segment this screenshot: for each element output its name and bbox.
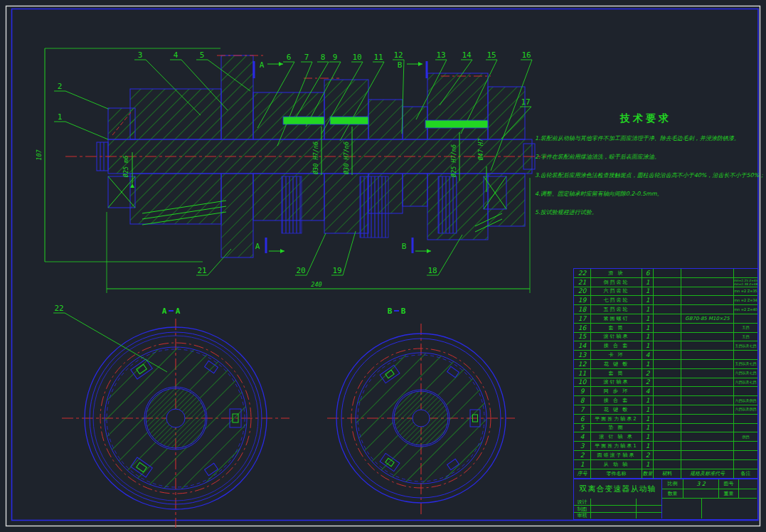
bom-cell: 五挡齿轮: [591, 305, 642, 314]
bom-row: 2圆锥滚子轴承2: [574, 451, 757, 460]
bom-cell: 12: [574, 360, 591, 368]
callout-17: 17: [521, 97, 530, 107]
bom-cell: 1: [642, 324, 654, 332]
bom-cell: 平面推力轴承2: [591, 415, 642, 423]
bom-cell: 1: [642, 360, 654, 368]
dim-d-mid2: Ø30 H7/n6: [343, 142, 350, 174]
tech-items: 1.装配前从动轴与其他零件不加工面应清理干净、除去毛边毛刺，并浸涂防锈漆。2.零…: [535, 129, 757, 222]
bom-cell: [654, 432, 681, 441]
section-title-aa-right: A: [176, 307, 181, 316]
bom-cell: 花 键 毂: [591, 360, 642, 368]
bom-cell-remark: mn=2.25 Z=45mn=2.38 Z=48: [734, 278, 757, 287]
bom-cell: [654, 314, 681, 323]
bom-cell: [654, 269, 681, 277]
callout-6: 6: [287, 53, 292, 62]
bom-cell: 21: [574, 278, 591, 287]
bom-cell-remark: [734, 451, 757, 459]
bom-cell: 卡 环: [591, 351, 642, 359]
bom-cell: [654, 396, 681, 405]
title-block: 双离合变速器从动轴 比例 3 2 图号 数量 重量 设计 制图 审核: [573, 479, 758, 520]
sign-check-value: [591, 513, 637, 518]
bom-header-no: 序号: [574, 469, 591, 479]
scale-value: 3 2: [683, 479, 719, 489]
callout-13: 13: [436, 50, 445, 60]
bom-row: 10滚针轴承2六挡以及七挡: [574, 378, 757, 388]
callout-4: 4: [174, 50, 179, 60]
tech-requirements: 技术要求 1.装配前从动轴与其他零件不加工面应清理干净、除去毛边毛刺，并浸涂防锈…: [535, 112, 757, 222]
sign-design-date: [637, 499, 662, 506]
bom-cell: 套 筒: [591, 324, 642, 332]
section-title-bb-right: B: [401, 307, 406, 316]
bom-cell-remark: 六挡以及七挡: [734, 369, 757, 378]
callout-10: 10: [352, 53, 361, 62]
bom-cell: [654, 415, 681, 423]
bom-row: 18五挡齿轮1mn =2 Z=40: [574, 305, 757, 314]
bom-cell: [681, 424, 734, 432]
callout-1: 1: [58, 112, 63, 122]
dim-d-mid1: Ø30 H7/n6: [312, 142, 319, 174]
bom-cell: [681, 369, 734, 378]
callout-12: 12: [393, 50, 403, 60]
callout-21: 21: [197, 266, 206, 275]
sign-design-label: 设计: [574, 499, 591, 506]
tech-requirements-title: 技术要求: [535, 112, 757, 125]
bom-cell-remark: 六挡以及七挡: [734, 378, 757, 387]
bom-cell: 垫 圈: [591, 424, 642, 432]
bom-cell: 1: [642, 287, 654, 296]
bom-cell: 紧固螺钉: [591, 314, 642, 323]
sign-check-label: 审核: [574, 513, 591, 518]
bom-cell: 滚 针 轴 承: [591, 432, 642, 441]
bom-cell: 同 步 环: [591, 387, 642, 395]
tech-requirement-line: 5.按试验规程进行试验。: [535, 203, 757, 222]
bom-row: 3平面推力轴承11: [574, 442, 757, 451]
bom-cell: 7: [574, 405, 591, 414]
cut-label-b-top: B: [398, 60, 403, 70]
bom-cell: 1: [642, 405, 654, 414]
bom-row: 16套 筒1五挡: [574, 324, 757, 333]
bom-cell: 从 动 轴: [591, 460, 642, 469]
bom-row: 13卡 环4: [574, 351, 757, 360]
bom-cell: 1: [642, 314, 654, 323]
bom-row: 6平面推力轴承21: [574, 415, 757, 424]
sign-design-value: [591, 499, 637, 506]
bom-cell: [681, 432, 734, 441]
quantity-value: [683, 489, 719, 499]
bom-row: 21倒挡齿轮1mn=2.25 Z=45mn=2.38 Z=48: [574, 278, 757, 287]
sign-draw-value: [591, 506, 637, 513]
bom-cell: [654, 405, 681, 414]
bom-cell-remark: 六挡以及倒挡: [734, 405, 757, 414]
bom-row: 22滑 块6: [574, 269, 757, 278]
bom-cell: [681, 396, 734, 405]
bom-cell: 七挡齿轮: [591, 296, 642, 304]
bom-cell: [654, 324, 681, 332]
tech-requirement-line: 3.齿轮装配后应用涂色法检查接触斑点，圆柱齿轮沿齿高不小于40%，沿齿长不小于5…: [535, 166, 757, 185]
bom-cell: 六挡齿轮: [591, 287, 642, 296]
bom-cell: 16: [574, 324, 591, 332]
bom-cell: [681, 360, 734, 368]
bom-cell: 14: [574, 341, 591, 350]
bom-cell: 18: [574, 305, 591, 314]
bom-cell: 2: [642, 369, 654, 378]
sign-draw-label: 制图: [574, 506, 591, 513]
callout-14: 14: [462, 50, 472, 60]
callout-5: 5: [200, 50, 205, 60]
callout-18: 18: [427, 266, 437, 275]
bom-row: 7花 键 毂1六挡以及倒挡: [574, 405, 757, 415]
main-assembly-view: [65, 55, 546, 257]
bom-row: 5垫 圈1: [574, 424, 757, 433]
callout-7: 7: [304, 53, 309, 62]
bom-cell-remark: [734, 442, 757, 450]
bom-rows: 22滑 块621倒挡齿轮1mn=2.25 Z=45mn=2.38 Z=4820六…: [574, 269, 757, 469]
bom-cell: 9: [574, 387, 591, 395]
bom-cell: 花 键 毂: [591, 405, 642, 414]
cad-canvas: 107 240 Ø25 m6 Ø30 H7/n6 Ø30 H7/n6 Ø25 H…: [0, 0, 766, 532]
bom-header-row: 序号 零件名称 数量 材料 规格及标准代号 备注: [574, 469, 757, 479]
bom-cell: [654, 278, 681, 287]
bom-cell: 4: [642, 351, 654, 359]
bom-cell-remark: [734, 460, 757, 469]
bom-cell: 11: [574, 369, 591, 378]
part-name: 双离合变速器从动轴: [574, 479, 662, 499]
callout-2: 2: [58, 82, 63, 91]
quantity-label: 数量: [662, 489, 683, 499]
scale-label: 比例: [662, 479, 683, 489]
